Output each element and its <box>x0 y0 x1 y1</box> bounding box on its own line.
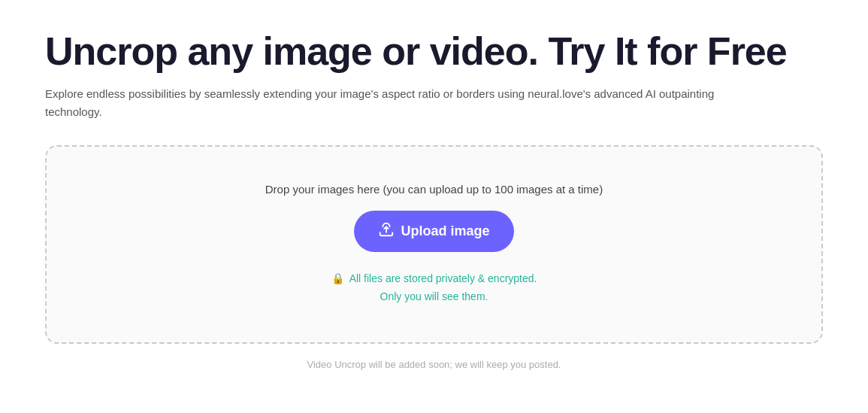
privacy-line1: All files are stored privately & encrypt… <box>349 272 537 284</box>
page-title: Uncrop any image or video. Try It for Fr… <box>45 30 823 73</box>
page-subtitle: Explore endless possibilities by seamles… <box>45 85 736 121</box>
lock-icon: 🔒 <box>331 272 344 284</box>
privacy-notice: 🔒 All files are stored privately & encry… <box>77 270 791 306</box>
footer-note: Video Uncrop will be added soon; we will… <box>45 359 823 370</box>
drop-instruction: Drop your images here (you can upload up… <box>77 183 791 196</box>
privacy-line2: Only you will see them. <box>380 290 488 302</box>
upload-button[interactable]: Upload image <box>354 211 513 252</box>
upload-button-label: Upload image <box>401 223 489 239</box>
page-wrapper: Uncrop any image or video. Try It for Fr… <box>45 30 823 370</box>
upload-dropzone[interactable]: Drop your images here (you can upload up… <box>45 145 823 344</box>
upload-icon <box>378 221 395 241</box>
